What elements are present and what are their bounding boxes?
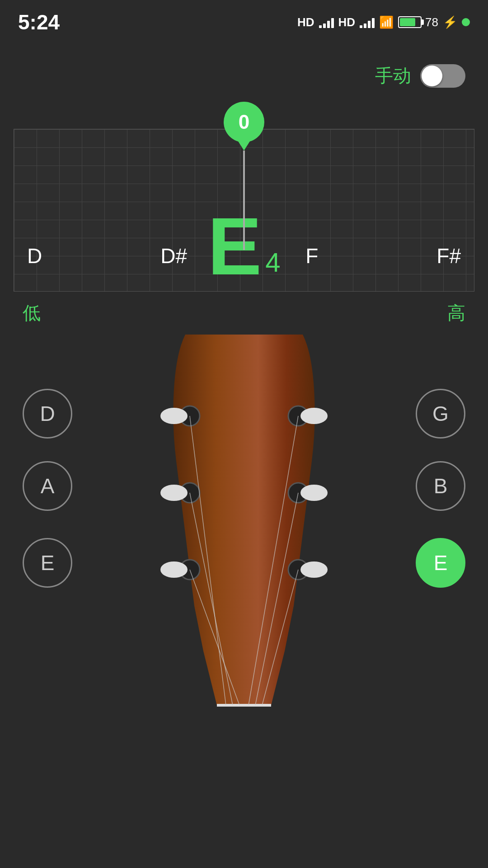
green-dot [462,18,470,26]
battery-box: 78 [398,15,438,29]
hd-label-2: HD [338,15,356,29]
note-F: F [305,244,318,268]
needle-line [243,151,245,250]
note-Dsharp: D# [160,244,187,268]
manual-toggle-switch[interactable] [420,64,465,88]
bolt-icon: ⚡ [443,15,457,29]
tuner-area: 0 D D# F F# E 4 [14,102,474,292]
battery-fill [400,18,415,26]
string-label-D: D [40,401,55,426]
needle-container: 0 [224,102,264,250]
high-label: 高 [447,301,465,326]
battery-icon [398,16,422,28]
status-icons: HD HD 📶 78 ⚡ [297,15,470,29]
toggle-knob [422,66,442,86]
string-label-B: B [434,474,448,498]
string-label-E2: E [434,551,448,575]
string-button-E2[interactable]: E [416,538,465,588]
status-bar: 5:24 HD HD 📶 78 ⚡ [0,0,488,36]
guitar-area: D G A B E E [0,335,488,728]
battery-num: 78 [425,15,438,29]
note-Fsharp: F# [436,244,461,268]
note-octave: 4 [265,247,280,278]
signal-bars-1 [319,16,334,28]
low-label: 低 [23,301,41,326]
manual-label: 手动 [375,63,411,88]
string-button-B[interactable]: B [416,461,465,511]
manual-toggle-row: 手动 [0,36,488,102]
string-button-D[interactable]: D [23,389,72,439]
string-label-E1: E [41,551,55,575]
hd-label-1: HD [297,15,314,29]
string-label-G: G [432,401,449,426]
string-buttons: D G A B E E [0,335,488,728]
needle-bubble: 0 [224,102,264,142]
string-button-G[interactable]: G [416,389,465,439]
status-time: 5:24 [18,10,60,34]
string-label-A: A [41,474,55,498]
needle-value: 0 [239,111,249,133]
signal-bars-2 [360,16,375,28]
wifi-icon: 📶 [379,15,394,29]
pitch-labels: 低 高 [0,292,488,335]
string-button-A[interactable]: A [23,461,72,511]
note-D: D [27,244,42,268]
string-button-E1[interactable]: E [23,538,72,588]
